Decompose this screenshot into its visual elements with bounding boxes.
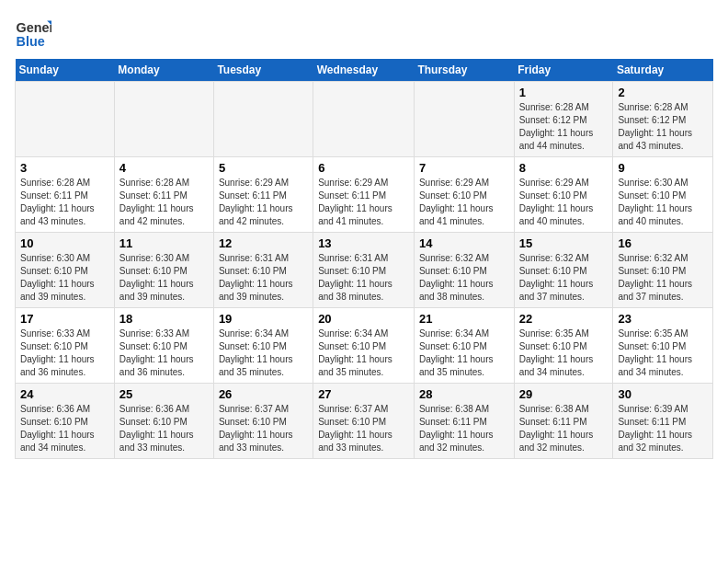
day-info: Sunrise: 6:34 AM Sunset: 6:10 PM Dayligh… [318, 327, 409, 379]
day-info: Sunrise: 6:28 AM Sunset: 6:12 PM Dayligh… [618, 101, 708, 153]
day-cell-9: 9Sunrise: 6:30 AM Sunset: 6:10 PM Daylig… [613, 157, 713, 233]
day-info: Sunrise: 6:38 AM Sunset: 6:11 PM Dayligh… [519, 403, 609, 454]
day-info: Sunrise: 6:39 AM Sunset: 6:11 PM Dayligh… [618, 403, 708, 454]
calendar-week-1: 1Sunrise: 6:28 AM Sunset: 6:12 PM Daylig… [16, 82, 713, 157]
day-header-tuesday: Tuesday [213, 59, 313, 82]
day-cell-2: 2Sunrise: 6:28 AM Sunset: 6:12 PM Daylig… [613, 82, 713, 157]
day-info: Sunrise: 6:30 AM Sunset: 6:10 PM Dayligh… [618, 177, 708, 228]
svg-text:Blue: Blue [17, 34, 45, 49]
day-number: 14 [419, 236, 509, 250]
day-number: 20 [318, 312, 409, 326]
day-number: 13 [318, 236, 409, 250]
day-number: 7 [419, 161, 509, 175]
calendar-week-2: 3Sunrise: 6:28 AM Sunset: 6:11 PM Daylig… [16, 157, 713, 233]
calendar-table: SundayMondayTuesdayWednesdayThursdayFrid… [15, 59, 713, 459]
day-info: Sunrise: 6:35 AM Sunset: 6:10 PM Dayligh… [519, 327, 609, 379]
day-number: 22 [519, 312, 609, 326]
day-cell-4: 4Sunrise: 6:28 AM Sunset: 6:11 PM Daylig… [114, 157, 213, 233]
day-number: 8 [519, 161, 609, 175]
calendar-week-5: 24Sunrise: 6:36 AM Sunset: 6:10 PM Dayli… [16, 384, 713, 459]
day-header-sunday: Sunday [16, 59, 115, 82]
day-number: 10 [20, 236, 109, 250]
day-cell-1: 1Sunrise: 6:28 AM Sunset: 6:12 PM Daylig… [514, 82, 613, 157]
empty-cell [414, 82, 514, 157]
day-number: 26 [219, 387, 308, 401]
day-cell-10: 10Sunrise: 6:30 AM Sunset: 6:10 PM Dayli… [16, 233, 115, 308]
day-number: 29 [519, 387, 609, 401]
day-info: Sunrise: 6:32 AM Sunset: 6:10 PM Dayligh… [618, 252, 708, 304]
day-info: Sunrise: 6:30 AM Sunset: 6:10 PM Dayligh… [20, 252, 109, 304]
day-info: Sunrise: 6:29 AM Sunset: 6:10 PM Dayligh… [519, 177, 609, 228]
calendar-body: 1Sunrise: 6:28 AM Sunset: 6:12 PM Daylig… [16, 82, 713, 459]
day-number: 15 [519, 236, 609, 250]
day-info: Sunrise: 6:28 AM Sunset: 6:11 PM Dayligh… [119, 177, 209, 228]
day-cell-17: 17Sunrise: 6:33 AM Sunset: 6:10 PM Dayli… [16, 308, 115, 384]
calendar-week-3: 10Sunrise: 6:30 AM Sunset: 6:10 PM Dayli… [16, 233, 713, 308]
empty-cell [114, 82, 213, 157]
day-header-thursday: Thursday [414, 59, 514, 82]
day-cell-15: 15Sunrise: 6:32 AM Sunset: 6:10 PM Dayli… [514, 233, 613, 308]
empty-cell [313, 82, 415, 157]
day-number: 28 [419, 387, 509, 401]
day-number: 16 [618, 236, 708, 250]
day-number: 11 [119, 236, 209, 250]
logo-icon: General Blue [15, 15, 51, 52]
day-number: 6 [318, 161, 409, 175]
day-cell-25: 25Sunrise: 6:36 AM Sunset: 6:10 PM Dayli… [114, 384, 213, 459]
day-info: Sunrise: 6:31 AM Sunset: 6:10 PM Dayligh… [318, 252, 409, 304]
day-header-friday: Friday [514, 59, 613, 82]
calendar-week-4: 17Sunrise: 6:33 AM Sunset: 6:10 PM Dayli… [16, 308, 713, 384]
day-info: Sunrise: 6:35 AM Sunset: 6:10 PM Dayligh… [618, 327, 708, 379]
day-number: 27 [318, 387, 409, 401]
day-number: 12 [219, 236, 308, 250]
day-info: Sunrise: 6:37 AM Sunset: 6:10 PM Dayligh… [318, 403, 409, 454]
day-number: 9 [618, 161, 708, 175]
day-cell-21: 21Sunrise: 6:34 AM Sunset: 6:10 PM Dayli… [414, 308, 514, 384]
day-cell-26: 26Sunrise: 6:37 AM Sunset: 6:10 PM Dayli… [213, 384, 313, 459]
day-cell-18: 18Sunrise: 6:33 AM Sunset: 6:10 PM Dayli… [114, 308, 213, 384]
day-header-monday: Monday [114, 59, 213, 82]
day-cell-12: 12Sunrise: 6:31 AM Sunset: 6:10 PM Dayli… [213, 233, 313, 308]
day-info: Sunrise: 6:37 AM Sunset: 6:10 PM Dayligh… [219, 403, 308, 454]
day-info: Sunrise: 6:34 AM Sunset: 6:10 PM Dayligh… [219, 327, 308, 379]
day-info: Sunrise: 6:28 AM Sunset: 6:12 PM Dayligh… [519, 101, 609, 153]
day-cell-16: 16Sunrise: 6:32 AM Sunset: 6:10 PM Dayli… [613, 233, 713, 308]
day-info: Sunrise: 6:36 AM Sunset: 6:10 PM Dayligh… [20, 403, 109, 454]
day-number: 23 [618, 312, 708, 326]
day-number: 24 [20, 387, 109, 401]
svg-text:General: General [17, 20, 51, 35]
day-cell-24: 24Sunrise: 6:36 AM Sunset: 6:10 PM Dayli… [16, 384, 115, 459]
day-number: 18 [119, 312, 209, 326]
day-info: Sunrise: 6:31 AM Sunset: 6:10 PM Dayligh… [219, 252, 308, 304]
day-info: Sunrise: 6:29 AM Sunset: 6:10 PM Dayligh… [419, 177, 509, 228]
day-info: Sunrise: 6:32 AM Sunset: 6:10 PM Dayligh… [519, 252, 609, 304]
day-number: 5 [219, 161, 308, 175]
day-cell-29: 29Sunrise: 6:38 AM Sunset: 6:11 PM Dayli… [514, 384, 613, 459]
day-info: Sunrise: 6:36 AM Sunset: 6:10 PM Dayligh… [119, 403, 209, 454]
day-cell-5: 5Sunrise: 6:29 AM Sunset: 6:11 PM Daylig… [213, 157, 313, 233]
day-number: 3 [20, 161, 109, 175]
day-number: 2 [618, 86, 708, 99]
day-number: 4 [119, 161, 209, 175]
day-number: 1 [519, 86, 609, 99]
calendar-header-row: SundayMondayTuesdayWednesdayThursdayFrid… [16, 59, 713, 82]
day-number: 17 [20, 312, 109, 326]
day-cell-6: 6Sunrise: 6:29 AM Sunset: 6:11 PM Daylig… [313, 157, 415, 233]
day-cell-30: 30Sunrise: 6:39 AM Sunset: 6:11 PM Dayli… [613, 384, 713, 459]
day-number: 30 [618, 387, 708, 401]
day-info: Sunrise: 6:38 AM Sunset: 6:11 PM Dayligh… [419, 403, 509, 454]
day-cell-7: 7Sunrise: 6:29 AM Sunset: 6:10 PM Daylig… [414, 157, 514, 233]
day-cell-8: 8Sunrise: 6:29 AM Sunset: 6:10 PM Daylig… [514, 157, 613, 233]
day-number: 21 [419, 312, 509, 326]
empty-cell [213, 82, 313, 157]
day-cell-13: 13Sunrise: 6:31 AM Sunset: 6:10 PM Dayli… [313, 233, 415, 308]
day-cell-19: 19Sunrise: 6:34 AM Sunset: 6:10 PM Dayli… [213, 308, 313, 384]
day-header-saturday: Saturday [613, 59, 713, 82]
day-info: Sunrise: 6:33 AM Sunset: 6:10 PM Dayligh… [20, 327, 109, 379]
day-cell-11: 11Sunrise: 6:30 AM Sunset: 6:10 PM Dayli… [114, 233, 213, 308]
day-cell-22: 22Sunrise: 6:35 AM Sunset: 6:10 PM Dayli… [514, 308, 613, 384]
day-cell-3: 3Sunrise: 6:28 AM Sunset: 6:11 PM Daylig… [16, 157, 115, 233]
logo: General Blue [15, 15, 55, 52]
day-number: 25 [119, 387, 209, 401]
day-info: Sunrise: 6:34 AM Sunset: 6:10 PM Dayligh… [419, 327, 509, 379]
